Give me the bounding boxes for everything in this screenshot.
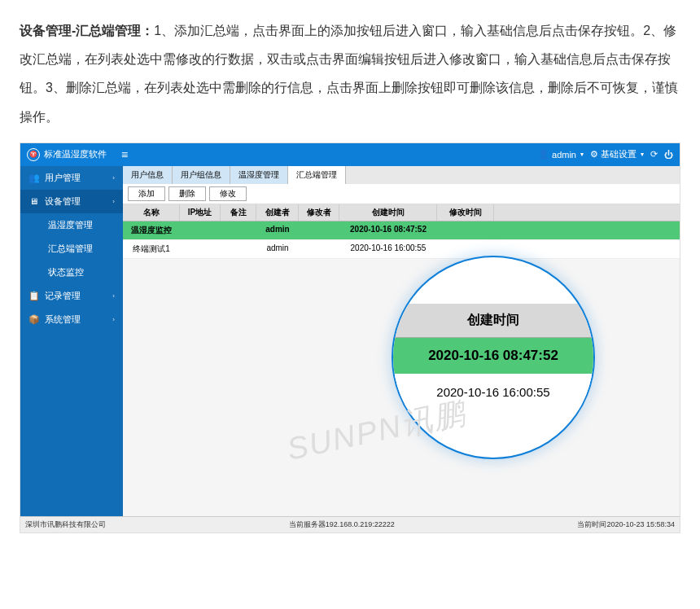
logout-icon[interactable]: ⏻ — [664, 150, 673, 160]
add-button[interactable]: 添加 — [128, 186, 165, 201]
app-logo: ♈ 标准温湿度软件 — [20, 148, 113, 161]
tab-1[interactable]: 用户组信息 — [173, 166, 230, 184]
sidebar-label: 用户管理 — [45, 172, 81, 184]
edit-button[interactable]: 修改 — [209, 186, 247, 201]
sidebar-item-0[interactable]: 👥用户管理› — [20, 166, 123, 190]
sidebar-item-2[interactable]: 温湿度管理 — [20, 213, 123, 237]
sidebar-label: 记录管理 — [45, 290, 81, 302]
chevron-right-icon: › — [112, 292, 115, 300]
chevron-right-icon: › — [112, 198, 115, 205]
cell: 温湿度监控 — [123, 221, 180, 239]
chevron-right-icon: › — [112, 316, 115, 323]
logo-icon: ♈ — [27, 148, 40, 161]
sidebar-item-1[interactable]: 🖥设备管理› — [20, 190, 123, 213]
column-header[interactable]: 备注 — [221, 204, 256, 221]
table-row[interactable]: 温湿度监控admin2020-10-16 08:47:52 — [123, 221, 680, 240]
data-grid: 名称IP地址备注创建者修改者创建时间修改时间 温湿度监控admin2020-10… — [123, 204, 680, 259]
topbar: ♈ 标准温湿度软件 ≡ 👤 admin ⚙ 基础设置 ⟳ ⏻ — [20, 143, 680, 166]
cell — [180, 221, 221, 239]
column-header[interactable]: IP地址 — [180, 204, 221, 221]
zoom-header: 创建时间 — [393, 304, 593, 338]
sidebar-item-6[interactable]: 📦系统管理› — [20, 308, 123, 331]
sidebar-item-5[interactable]: 📋记录管理› — [20, 284, 123, 308]
tab-0[interactable]: 用户信息 — [123, 166, 173, 184]
column-header[interactable]: 修改时间 — [437, 204, 494, 221]
zoom-selected-row: 2020-10-16 08:47:52 — [393, 338, 593, 374]
chevron-right-icon: › — [112, 174, 115, 182]
doc-description: 设备管理-汇总端管理：1、添加汇总端，点击界面上的添加按钮后进入窗口，输入基础信… — [0, 0, 700, 142]
status-server: 当前服务器192.168.0.219:22222 — [289, 519, 395, 530]
user-menu[interactable]: 👤 admin — [538, 149, 584, 160]
column-header[interactable]: 创建者 — [256, 204, 299, 221]
sidebar-label: 设备管理 — [45, 195, 81, 208]
cell — [299, 240, 339, 258]
cell — [437, 221, 494, 239]
sidebar-label: 系统管理 — [45, 313, 81, 326]
column-header[interactable]: 修改者 — [299, 204, 339, 221]
cell: 2020-10-16 16:00:55 — [339, 240, 437, 258]
tab-2[interactable]: 温湿度管理 — [230, 166, 288, 184]
main-content: 用户信息用户组信息温湿度管理汇总端管理 添加 删除 修改 名称IP地址备注创建者… — [123, 166, 680, 516]
sidebar-icon: 👥 — [28, 173, 38, 183]
sidebar-item-3[interactable]: 汇总端管理 — [20, 237, 123, 261]
app-title: 标准温湿度软件 — [44, 148, 107, 160]
cell — [221, 221, 256, 239]
tab-3[interactable]: 汇总端管理 — [288, 166, 346, 184]
column-header[interactable]: 创建时间 — [339, 204, 437, 221]
doc-body: 1、添加汇总端，点击界面上的添加按钮后进入窗口，输入基础信息后点击保存按钮。2、… — [20, 24, 678, 124]
cell: admin — [256, 240, 299, 258]
refresh-icon[interactable]: ⟳ — [650, 149, 658, 160]
cell — [180, 240, 221, 258]
table-row[interactable]: 终端测试1admin2020-10-16 16:00:55 — [123, 240, 680, 259]
cell: 2020-10-16 08:47:52 — [339, 221, 437, 239]
sidebar: 👥用户管理›🖥设备管理›温湿度管理汇总端管理状态监控📋记录管理›📦系统管理› — [20, 166, 123, 516]
cell: 终端测试1 — [123, 240, 180, 258]
zoom-lens: 创建时间 2020-10-16 08:47:52 2020-10-16 16:0… — [392, 256, 595, 459]
sidebar-icon: 📋 — [28, 291, 38, 301]
statusbar: 深圳市讯鹏科技有限公司 当前服务器192.168.0.219:22222 当前时… — [20, 516, 680, 532]
doc-title: 设备管理-汇总端管理： — [20, 24, 154, 37]
grid-header: 名称IP地址备注创建者修改者创建时间修改时间 — [123, 204, 680, 221]
status-time: 当前时间2020-10-23 15:58:34 — [577, 519, 675, 530]
toolbar: 添加 删除 修改 — [123, 184, 680, 204]
cell — [221, 240, 256, 258]
sidebar-label: 温湿度管理 — [48, 219, 93, 231]
menu-toggle-button[interactable]: ≡ — [113, 148, 136, 161]
sidebar-label: 汇总端管理 — [48, 243, 93, 255]
cell: admin — [256, 221, 299, 239]
sidebar-label: 状态监控 — [48, 266, 84, 278]
sidebar-icon: 🖥 — [28, 196, 38, 206]
cell — [299, 221, 339, 239]
settings-menu[interactable]: ⚙ 基础设置 — [590, 148, 644, 160]
delete-button[interactable]: 删除 — [168, 186, 206, 201]
status-company: 深圳市讯鹏科技有限公司 — [25, 519, 106, 530]
zoom-row: 2020-10-16 16:00:55 — [393, 374, 593, 410]
app-window: ♈ 标准温湿度软件 ≡ 👤 admin ⚙ 基础设置 ⟳ ⏻ 👥用户管理›🖥设备… — [20, 142, 680, 533]
sidebar-item-4[interactable]: 状态监控 — [20, 261, 123, 284]
column-header[interactable]: 名称 — [123, 204, 180, 221]
sidebar-icon: 📦 — [28, 314, 38, 325]
tab-bar: 用户信息用户组信息温湿度管理汇总端管理 — [123, 166, 680, 184]
